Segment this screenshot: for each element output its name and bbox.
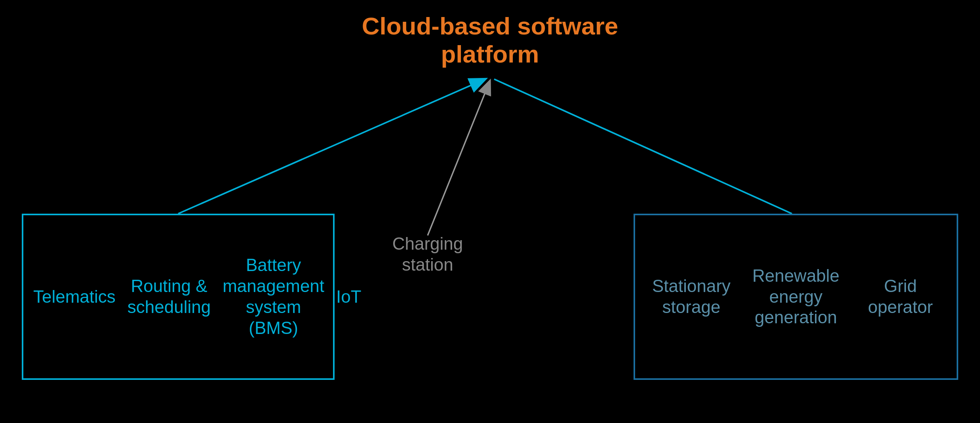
gray-arrow-line	[428, 81, 490, 235]
bms-item: Batterymanagementsystem (BMS)	[217, 251, 330, 342]
platform-title-text: Cloud-based software platform	[362, 12, 618, 68]
right-cyan-line	[494, 79, 792, 214]
renewable-energy-item: Renewableenergygeneration	[744, 262, 848, 332]
diagram-container: Cloud-based software platform Telematics…	[0, 0, 980, 423]
platform-title: Cloud-based software platform	[362, 12, 618, 68]
grid-operator-item: Gridoperator	[848, 272, 953, 322]
left-cyan-line	[178, 79, 485, 214]
routing-item: Routing &scheduling	[122, 272, 217, 322]
stationary-storage-item: Stationarystorage	[639, 272, 744, 322]
left-items-container: Telematics Routing &scheduling Batteryma…	[23, 215, 333, 378]
charging-station-label: Chargingstation	[376, 233, 479, 275]
telematics-item: Telematics	[27, 283, 122, 311]
right-group-box: Stationarystorage Renewableenergygenerat…	[634, 214, 958, 380]
iot-item: IoT	[330, 283, 367, 311]
left-group-box: Telematics Routing &scheduling Batteryma…	[22, 214, 335, 380]
right-items-container: Stationarystorage Renewableenergygenerat…	[635, 215, 957, 378]
